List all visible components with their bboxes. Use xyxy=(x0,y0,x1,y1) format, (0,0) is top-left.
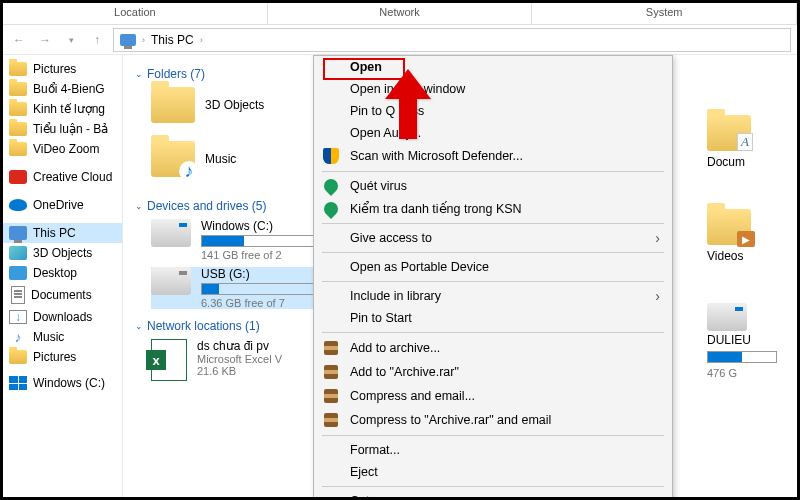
nav-up-icon[interactable]: ↑ xyxy=(87,30,107,50)
collapse-icon[interactable]: ⌄ xyxy=(135,69,143,79)
group-title: Folders (7) xyxy=(147,67,205,81)
sidebar-item-folder[interactable]: Buổi 4-BienG xyxy=(3,79,122,99)
breadcrumb[interactable]: › This PC › xyxy=(113,28,791,52)
ctx-add-rar[interactable]: Add to "Archive.rar" xyxy=(314,360,672,384)
folder-label: Music xyxy=(205,152,236,166)
sidebar-item-this-pc[interactable]: This PC xyxy=(3,223,122,243)
ctx-format[interactable]: Format... xyxy=(314,439,672,461)
drive-free: 141 GB free of 2 xyxy=(201,249,321,261)
file-type: Microsoft Excel V xyxy=(197,353,282,365)
ctx-include-library[interactable]: Include in library› xyxy=(314,285,672,307)
folder-documents[interactable]: Docum xyxy=(707,115,797,169)
nav-dropdown-icon[interactable]: ▾ xyxy=(61,30,81,50)
sidebar-item-documents[interactable]: Documents xyxy=(3,283,122,307)
sidebar-label: Music xyxy=(33,330,64,344)
collapse-icon[interactable]: ⌄ xyxy=(135,321,143,331)
ctx-give-access[interactable]: Give access to› xyxy=(314,227,672,249)
sidebar-label: This PC xyxy=(33,226,76,240)
folder-music[interactable]: Music xyxy=(151,141,236,177)
sidebar-item-pictures[interactable]: Pictures xyxy=(3,347,122,367)
sidebar-item-3d-objects[interactable]: 3D Objects xyxy=(3,243,122,263)
drive-free: 476 G xyxy=(707,367,797,379)
separator xyxy=(322,332,664,333)
download-icon: ↓ xyxy=(9,310,27,324)
creative-cloud-icon xyxy=(9,170,27,184)
network-location-excel[interactable]: ds chưa đi pv Microsoft Excel V 21.6 KB xyxy=(151,339,282,381)
drive-name: USB (G:) xyxy=(201,267,321,281)
sidebar-label: Buổi 4-BienG xyxy=(33,82,105,96)
winrar-icon xyxy=(323,388,339,404)
folder-icon xyxy=(9,62,27,76)
ctx-label: Add to archive... xyxy=(350,341,440,355)
sidebar-item-creative-cloud[interactable]: Creative Cloud xyxy=(3,167,122,187)
tab-location[interactable]: Location xyxy=(3,3,268,24)
sidebar: Pictures Buổi 4-BienG Kinh tế lượng Tiểu… xyxy=(3,55,123,499)
sidebar-label: Documents xyxy=(31,288,92,302)
sidebar-label: 3D Objects xyxy=(33,246,92,260)
tab-system[interactable]: System xyxy=(532,3,797,24)
folder-icon xyxy=(9,142,27,156)
3d-objects-icon xyxy=(9,246,27,260)
ctx-add-archive[interactable]: Add to archive... xyxy=(314,336,672,360)
separator xyxy=(322,171,664,172)
sidebar-item-folder[interactable]: ViDeo Zoom xyxy=(3,139,122,159)
drive-name: Windows (C:) xyxy=(201,219,321,233)
ctx-label: Pin to Start xyxy=(350,311,412,325)
ctx-portable-device[interactable]: Open as Portable Device xyxy=(314,256,672,278)
ctx-label: Format... xyxy=(350,443,400,457)
ctx-scan-virus[interactable]: Quét virus xyxy=(314,175,672,197)
ctx-pin-start[interactable]: Pin to Start xyxy=(314,307,672,329)
submenu-arrow-icon: › xyxy=(655,288,660,304)
ctx-open[interactable]: Open xyxy=(314,56,672,78)
videos-folder-icon xyxy=(707,209,751,245)
folder-videos[interactable]: Videos xyxy=(707,209,797,263)
separator xyxy=(322,281,664,282)
ctx-label: Scan with Microsoft Defender... xyxy=(350,149,523,163)
ctx-label: Compress and email... xyxy=(350,389,475,403)
winrar-icon xyxy=(323,412,339,428)
folder-3d-objects[interactable]: 3D Objects xyxy=(151,87,264,123)
ctx-open-autoplay[interactable]: Open Aut y... xyxy=(314,122,672,144)
sidebar-item-folder[interactable]: Tiểu luận - Bả xyxy=(3,119,122,139)
sidebar-item-onedrive[interactable]: OneDrive xyxy=(3,195,122,215)
collapse-icon[interactable]: ⌄ xyxy=(135,201,143,211)
sidebar-item-music[interactable]: ♪Music xyxy=(3,327,122,347)
submenu-arrow-icon: › xyxy=(655,230,660,246)
breadcrumb-this-pc[interactable]: This PC xyxy=(151,33,194,47)
tab-network[interactable]: Network xyxy=(268,3,533,24)
sidebar-item-downloads[interactable]: ↓Downloads xyxy=(3,307,122,327)
pc-icon xyxy=(120,34,136,46)
file-name: ds chưa đi pv xyxy=(197,339,282,353)
drive-dulieu[interactable]: DULIEU 476 G xyxy=(707,303,797,379)
ctx-label: Give access to xyxy=(350,231,432,245)
file-size: 21.6 KB xyxy=(197,365,282,377)
ctx-compress-rar-email[interactable]: Compress to "Archive.rar" and email xyxy=(314,408,672,432)
drive-usage-bar xyxy=(707,351,777,363)
folder-icon xyxy=(151,87,195,123)
ctx-label: Open in new window xyxy=(350,82,465,96)
drive-icon xyxy=(707,303,747,331)
ctx-label: Quét virus xyxy=(350,179,407,193)
sidebar-item-desktop[interactable]: Desktop xyxy=(3,263,122,283)
onedrive-icon xyxy=(9,199,27,211)
ctx-eject[interactable]: Eject xyxy=(314,461,672,483)
ctx-pin-quick-access[interactable]: Pin to Q cess xyxy=(314,100,672,122)
ctx-open-new-window[interactable]: Open in new window xyxy=(314,78,672,100)
separator xyxy=(322,435,664,436)
sidebar-item-folder[interactable]: Kinh tế lượng xyxy=(3,99,122,119)
sidebar-label: Windows (C:) xyxy=(33,376,105,390)
ctx-check-ksn[interactable]: Kiểm tra danh tiếng trong KSN xyxy=(314,197,672,220)
separator xyxy=(322,486,664,487)
sidebar-item-pictures[interactable]: Pictures xyxy=(3,59,122,79)
kaspersky-shield-icon xyxy=(321,176,341,196)
drive-free: 6.36 GB free of 7 xyxy=(201,297,321,309)
nav-back-icon[interactable]: ← xyxy=(9,30,29,50)
separator xyxy=(322,223,664,224)
drive-name: DULIEU xyxy=(707,333,797,347)
nav-forward-icon[interactable]: → xyxy=(35,30,55,50)
sidebar-item-drive-c[interactable]: Windows (C:) xyxy=(3,373,122,393)
sidebar-label: Tiểu luận - Bả xyxy=(33,122,108,136)
ctx-scan-defender[interactable]: Scan with Microsoft Defender... xyxy=(314,144,672,168)
chevron-icon: › xyxy=(142,35,145,45)
ctx-compress-email[interactable]: Compress and email... xyxy=(314,384,672,408)
